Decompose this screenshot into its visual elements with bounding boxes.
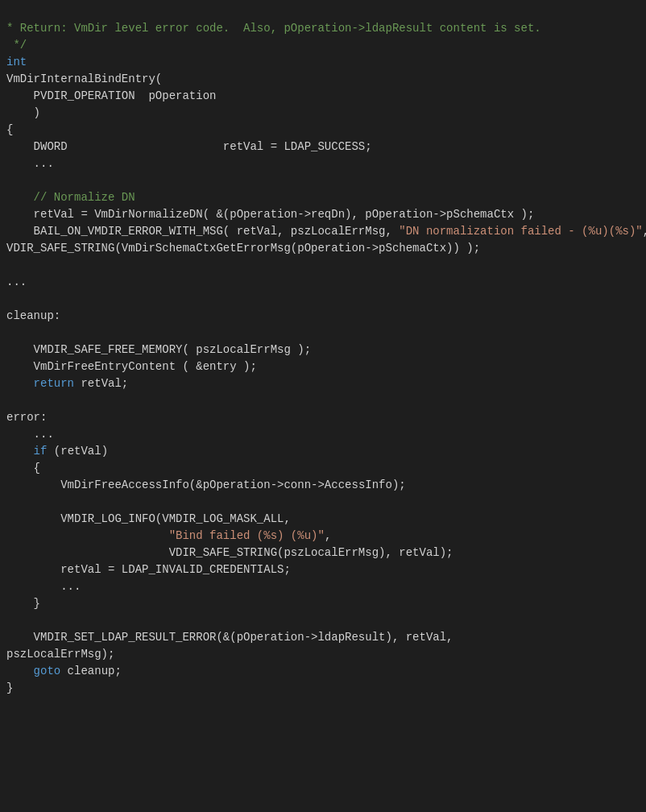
code-token: // Normalize DN (34, 191, 135, 204)
code-line: ... (6, 426, 640, 443)
code-line: VmDirFreeAccessInfo(&pOperation->conn->A… (6, 477, 640, 494)
code-token (6, 191, 34, 204)
code-line: */ (6, 37, 640, 54)
code-line (6, 612, 640, 629)
code-line: BAIL_ON_VMDIR_ERROR_WITH_MSG( retVal, ps… (6, 223, 640, 240)
code-token: VMDIR_LOG_INFO(VMDIR_LOG_MASK_ALL, (6, 512, 291, 525)
code-line: VmDirFreeEntryContent ( &entry ); (6, 358, 640, 375)
code-line: { (6, 122, 640, 139)
code-line: "Bind failed (%s) (%u)", (6, 528, 640, 545)
code-token: cleanup; (60, 665, 122, 677)
code-token: BAIL_ON_VMDIR_ERROR_WITH_MSG( retVal, ps… (6, 225, 399, 238)
code-token: VmDirFreeAccessInfo(&pOperation->conn->A… (60, 478, 405, 491)
code-token: ... (6, 157, 54, 170)
code-token: return (34, 377, 74, 390)
code-token: retVal = VmDirNormalizeDN( &(pOperation-… (6, 208, 534, 221)
code-line (6, 257, 640, 274)
code-token: pszLocalErrMsg); (6, 648, 114, 661)
code-token: * Return: VmDir level error code. Also, … (6, 22, 541, 35)
code-token: , (325, 529, 331, 542)
code-token: VMDIR_SAFE_FREE_MEMORY( pszLocalErrMsg )… (6, 343, 311, 356)
code-token: retVal = LDAP_INVALID_CREDENTIALS; (6, 563, 291, 576)
code-token (6, 529, 169, 542)
code-line: } (6, 680, 640, 697)
code-token: ) (6, 106, 40, 119)
code-token: retVal; (74, 377, 128, 390)
code-line: cleanup: (6, 308, 640, 325)
code-token: goto (34, 665, 61, 677)
code-token: { (6, 462, 40, 474)
code-line (6, 494, 640, 511)
code-line: ... (6, 578, 640, 595)
code-token: if (34, 445, 48, 458)
code-line: ... (6, 155, 640, 172)
code-line: // Normalize DN (6, 189, 640, 206)
code-line: PVDIR_OPERATION pOperation (6, 88, 640, 105)
code-token: VDIR_SAFE_STRING(pszLocalErrMsg), retVal… (6, 546, 453, 559)
code-line: { (6, 460, 640, 477)
code-line: VDIR_SAFE_STRING(VmDirSchemaCtxGetErrorM… (6, 240, 640, 257)
code-line: int (6, 54, 640, 71)
code-line: ) (6, 105, 640, 122)
code-line: ... (6, 274, 640, 291)
code-token: (retVal) (47, 445, 108, 458)
code-token: "Bind failed (%s) (%u)" (169, 529, 325, 542)
code-token: cleanup: (6, 309, 60, 322)
code-line: VDIR_SAFE_STRING(pszLocalErrMsg), retVal… (6, 545, 640, 561)
code-line: DWORD retVal = LDAP_SUCCESS; (6, 139, 640, 155)
code-line: VMDIR_SAFE_FREE_MEMORY( pszLocalErrMsg )… (6, 342, 640, 358)
code-token: */ (6, 39, 27, 52)
code-line: VMDIR_LOG_INFO(VMDIR_LOG_MASK_ALL, (6, 511, 640, 528)
code-token: , retVal, (643, 225, 646, 238)
code-line: return retVal; (6, 375, 640, 392)
code-line: VMDIR_SET_LDAP_RESULT_ERROR(&(pOperation… (6, 629, 640, 646)
code-line: goto cleanup; (6, 663, 640, 680)
code-line (6, 291, 640, 308)
code-line (6, 325, 640, 342)
code-line: retVal = VmDirNormalizeDN( &(pOperation-… (6, 206, 640, 223)
code-token: ... (6, 428, 54, 441)
code-line: * Return: VmDir level error code. Also, … (6, 20, 640, 37)
code-line: VmDirInternalBindEntry( (6, 71, 640, 88)
code-token: PVDIR_OPERATION pOperation (6, 89, 216, 102)
code-token (6, 445, 34, 458)
code-line (6, 392, 640, 409)
code-line: retVal = LDAP_INVALID_CREDENTIALS; (6, 561, 640, 578)
code-line: error: (6, 409, 640, 426)
code-token (6, 478, 60, 491)
code-token: ... (6, 276, 27, 288)
code-token (6, 665, 34, 677)
code-token: VmDirInternalBindEntry( (6, 72, 162, 85)
code-token: VMDIR_SET_LDAP_RESULT_ERROR(&(pOperation… (6, 631, 453, 644)
code-token: ... (6, 580, 81, 593)
code-token: DWORD retVal = LDAP_SUCCESS; (6, 140, 372, 153)
code-line: if (retVal) (6, 443, 640, 460)
code-token: } (6, 682, 13, 694)
code-line: } (6, 595, 640, 612)
code-token: VDIR_SAFE_STRING(VmDirSchemaCtxGetErrorM… (6, 242, 480, 255)
code-editor: * Return: VmDir level error code. Also, … (0, 0, 646, 700)
code-line: pszLocalErrMsg); (6, 646, 640, 663)
code-token: error: (6, 411, 47, 424)
code-token: int (6, 56, 27, 68)
code-token: } (6, 597, 40, 610)
code-token: { (6, 123, 13, 136)
code-token: VmDirFreeEntryContent ( &entry ); (6, 360, 257, 373)
code-token (6, 377, 34, 390)
code-token: "DN normalization failed - (%u)(%s)" (399, 225, 642, 238)
code-line (6, 172, 640, 189)
